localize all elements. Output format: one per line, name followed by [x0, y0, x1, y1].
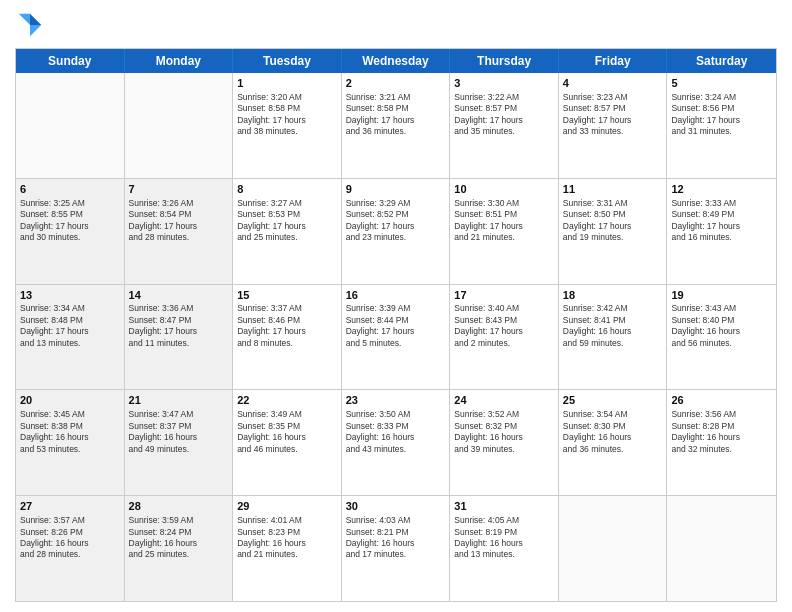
sunset-text: Sunset: 8:46 PM [237, 315, 337, 326]
day-number: 24 [454, 393, 554, 408]
daylight-minutes: and 53 minutes. [20, 444, 120, 455]
table-row: 30Sunrise: 4:03 AMSunset: 8:21 PMDayligh… [342, 496, 451, 601]
header-day-saturday: Saturday [667, 49, 776, 73]
table-row [667, 496, 776, 601]
svg-marker-2 [19, 14, 30, 25]
header-day-tuesday: Tuesday [233, 49, 342, 73]
sunrise-text: Sunrise: 3:27 AM [237, 198, 337, 209]
sunset-text: Sunset: 8:35 PM [237, 421, 337, 432]
daylight-minutes: and 35 minutes. [454, 126, 554, 137]
day-number: 13 [20, 288, 120, 303]
header [15, 10, 777, 40]
header-day-monday: Monday [125, 49, 234, 73]
sunset-text: Sunset: 8:57 PM [563, 103, 663, 114]
daylight-hours: Daylight: 17 hours [671, 115, 772, 126]
daylight-minutes: and 30 minutes. [20, 232, 120, 243]
daylight-hours: Daylight: 17 hours [20, 221, 120, 232]
day-number: 2 [346, 76, 446, 91]
daylight-minutes: and 19 minutes. [563, 232, 663, 243]
sunset-text: Sunset: 8:33 PM [346, 421, 446, 432]
day-number: 4 [563, 76, 663, 91]
calendar: SundayMondayTuesdayWednesdayThursdayFrid… [15, 48, 777, 602]
daylight-hours: Daylight: 16 hours [454, 432, 554, 443]
daylight-minutes: and 31 minutes. [671, 126, 772, 137]
sunrise-text: Sunrise: 3:52 AM [454, 409, 554, 420]
table-row: 9Sunrise: 3:29 AMSunset: 8:52 PMDaylight… [342, 179, 451, 284]
sunrise-text: Sunrise: 3:47 AM [129, 409, 229, 420]
daylight-hours: Daylight: 17 hours [346, 221, 446, 232]
daylight-hours: Daylight: 17 hours [346, 326, 446, 337]
day-number: 16 [346, 288, 446, 303]
sunrise-text: Sunrise: 3:56 AM [671, 409, 772, 420]
day-number: 29 [237, 499, 337, 514]
week-row-3: 13Sunrise: 3:34 AMSunset: 8:48 PMDayligh… [16, 285, 776, 391]
table-row: 2Sunrise: 3:21 AMSunset: 8:58 PMDaylight… [342, 73, 451, 178]
svg-marker-1 [30, 25, 41, 36]
table-row: 10Sunrise: 3:30 AMSunset: 8:51 PMDayligh… [450, 179, 559, 284]
sunset-text: Sunset: 8:19 PM [454, 527, 554, 538]
table-row: 22Sunrise: 3:49 AMSunset: 8:35 PMDayligh… [233, 390, 342, 495]
sunrise-text: Sunrise: 3:26 AM [129, 198, 229, 209]
table-row: 5Sunrise: 3:24 AMSunset: 8:56 PMDaylight… [667, 73, 776, 178]
daylight-minutes: and 25 minutes. [129, 549, 229, 560]
daylight-hours: Daylight: 17 hours [454, 115, 554, 126]
table-row [125, 73, 234, 178]
table-row: 23Sunrise: 3:50 AMSunset: 8:33 PMDayligh… [342, 390, 451, 495]
table-row: 29Sunrise: 4:01 AMSunset: 8:23 PMDayligh… [233, 496, 342, 601]
day-number: 1 [237, 76, 337, 91]
sunset-text: Sunset: 8:54 PM [129, 209, 229, 220]
sunrise-text: Sunrise: 3:43 AM [671, 303, 772, 314]
daylight-hours: Daylight: 16 hours [20, 538, 120, 549]
day-number: 30 [346, 499, 446, 514]
week-row-4: 20Sunrise: 3:45 AMSunset: 8:38 PMDayligh… [16, 390, 776, 496]
table-row: 12Sunrise: 3:33 AMSunset: 8:49 PMDayligh… [667, 179, 776, 284]
daylight-hours: Daylight: 16 hours [20, 432, 120, 443]
sunrise-text: Sunrise: 3:54 AM [563, 409, 663, 420]
sunset-text: Sunset: 8:28 PM [671, 421, 772, 432]
table-row: 11Sunrise: 3:31 AMSunset: 8:50 PMDayligh… [559, 179, 668, 284]
daylight-minutes: and 16 minutes. [671, 232, 772, 243]
sunrise-text: Sunrise: 3:40 AM [454, 303, 554, 314]
sunrise-text: Sunrise: 3:42 AM [563, 303, 663, 314]
sunset-text: Sunset: 8:51 PM [454, 209, 554, 220]
daylight-minutes: and 17 minutes. [346, 549, 446, 560]
logo-icon [15, 10, 45, 40]
day-number: 22 [237, 393, 337, 408]
header-day-sunday: Sunday [16, 49, 125, 73]
daylight-minutes: and 33 minutes. [563, 126, 663, 137]
day-number: 11 [563, 182, 663, 197]
sunset-text: Sunset: 8:56 PM [671, 103, 772, 114]
sunrise-text: Sunrise: 3:57 AM [20, 515, 120, 526]
table-row: 28Sunrise: 3:59 AMSunset: 8:24 PMDayligh… [125, 496, 234, 601]
sunrise-text: Sunrise: 3:20 AM [237, 92, 337, 103]
sunrise-text: Sunrise: 3:33 AM [671, 198, 772, 209]
table-row: 13Sunrise: 3:34 AMSunset: 8:48 PMDayligh… [16, 285, 125, 390]
table-row: 1Sunrise: 3:20 AMSunset: 8:58 PMDaylight… [233, 73, 342, 178]
table-row: 15Sunrise: 3:37 AMSunset: 8:46 PMDayligh… [233, 285, 342, 390]
daylight-minutes: and 23 minutes. [346, 232, 446, 243]
sunset-text: Sunset: 8:50 PM [563, 209, 663, 220]
sunset-text: Sunset: 8:24 PM [129, 527, 229, 538]
daylight-minutes: and 21 minutes. [454, 232, 554, 243]
day-number: 8 [237, 182, 337, 197]
sunrise-text: Sunrise: 3:31 AM [563, 198, 663, 209]
daylight-minutes: and 2 minutes. [454, 338, 554, 349]
daylight-hours: Daylight: 16 hours [563, 326, 663, 337]
day-number: 5 [671, 76, 772, 91]
daylight-hours: Daylight: 16 hours [671, 432, 772, 443]
daylight-minutes: and 21 minutes. [237, 549, 337, 560]
calendar-header: SundayMondayTuesdayWednesdayThursdayFrid… [16, 49, 776, 73]
daylight-minutes: and 46 minutes. [237, 444, 337, 455]
daylight-minutes: and 13 minutes. [454, 549, 554, 560]
daylight-minutes: and 38 minutes. [237, 126, 337, 137]
daylight-hours: Daylight: 16 hours [129, 432, 229, 443]
daylight-hours: Daylight: 17 hours [20, 326, 120, 337]
daylight-minutes: and 39 minutes. [454, 444, 554, 455]
day-number: 14 [129, 288, 229, 303]
calendar-body: 1Sunrise: 3:20 AMSunset: 8:58 PMDaylight… [16, 73, 776, 601]
header-day-thursday: Thursday [450, 49, 559, 73]
daylight-hours: Daylight: 17 hours [563, 115, 663, 126]
table-row: 20Sunrise: 3:45 AMSunset: 8:38 PMDayligh… [16, 390, 125, 495]
sunrise-text: Sunrise: 3:25 AM [20, 198, 120, 209]
sunrise-text: Sunrise: 3:50 AM [346, 409, 446, 420]
